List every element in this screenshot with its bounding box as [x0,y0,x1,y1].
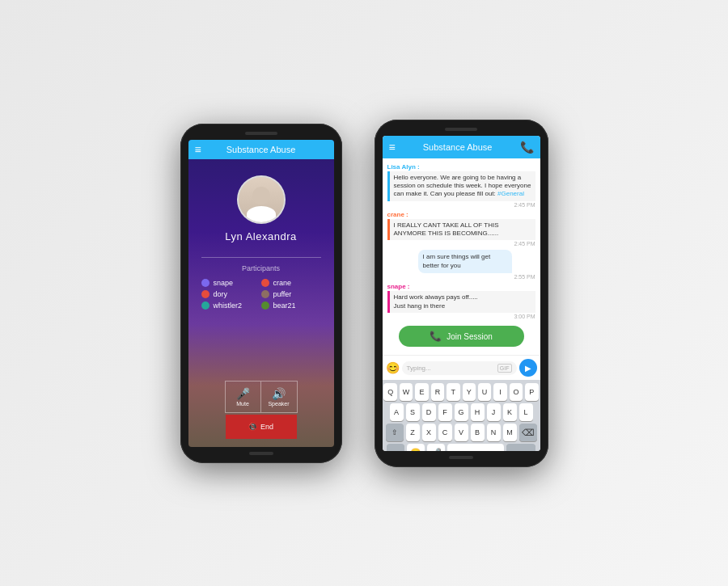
right-phone: ≡ Substance Abuse 📞 Lisa Alyn : Hello ev… [375,120,548,467]
chat-messages: Lisa Alyn : Hello everyone. We are going… [383,158,540,356]
key-b[interactable]: B [471,424,485,441]
keyboard: Q W E R T Y U I O P A S D F G H [383,380,540,450]
controls-row: 🎤 Mute 🔊 Speaker [225,381,298,413]
key-v[interactable]: V [455,424,468,441]
join-session-button[interactable]: 📞 Join Session [399,326,524,347]
speaker-button[interactable]: 🔊 Speaker [261,382,297,412]
call-screen: ≡ Substance Abuse Lyn Alexandra Particip… [188,140,334,447]
chat-header-title: Substance Abuse [400,142,515,152]
menu-icon[interactable]: ≡ [195,143,201,156]
key-t[interactable]: T [447,383,459,401]
key-n[interactable]: N [487,424,501,441]
key-l[interactable]: L [519,403,533,421]
speaker-label: Speaker [268,401,289,407]
home-bar[interactable] [249,452,273,455]
home-bar[interactable] [449,456,473,459]
call-avatar-area: Lyn Alexandra [188,159,334,251]
participant-dot [261,279,269,287]
participant-dot [201,301,210,310]
participant-dot [261,301,269,310]
participant-dot [201,290,210,298]
participants-label: Participants [188,264,334,272]
bubble-own: I am sure things will get better for you [418,250,512,273]
typing-text: Typing... [407,365,494,372]
participant-bear21: bear21 [261,301,321,310]
key-y[interactable]: Y [463,383,476,401]
time-1: 2:45 PM [387,202,535,208]
mute-button[interactable]: 🎤 Mute [226,382,261,412]
sender-snape: snape : [387,283,535,290]
sender-lisa: Lisa Alyn : [387,163,535,171]
left-phone: ≡ Substance Abuse Lyn Alexandra Particip… [180,124,342,463]
key-w[interactable]: W [400,383,413,401]
divider [201,257,321,258]
bubble-lisa: Hello everyone. We are going to be havin… [387,171,535,201]
avatar-body [247,206,276,222]
speaker-top [245,132,277,135]
participant-dot [201,279,210,287]
caller-avatar [237,175,286,224]
speaker-top [445,128,477,131]
message-4: snape : Hard work always pays off.....Ju… [383,283,540,319]
participant-name: crane [273,279,292,287]
space-key[interactable]: space [447,444,504,450]
key-j[interactable]: J [487,403,501,421]
delete-key[interactable]: ⌫ [519,424,537,441]
call-controls: 🎤 Mute 🔊 Speaker 📵 End [188,373,334,447]
chat-call-icon[interactable]: 📞 [520,141,534,154]
emoji-button[interactable]: 😊 [386,361,400,374]
keyboard-row-1: Q W E R T Y U I O P [384,383,539,401]
message-3: I am sure things will get better for you… [383,250,540,280]
key-i[interactable]: I [493,383,506,401]
keyboard-mic-key[interactable]: 🎤 [427,444,445,450]
send-icon: ▶ [525,364,531,373]
time-2: 2:45 PM [387,241,535,247]
key-d[interactable]: D [422,403,436,421]
sender-crane: crane : [387,211,535,218]
num-key[interactable]: 123 [387,444,404,450]
participant-name: dory [214,290,228,298]
participant-snape: snape [201,279,261,287]
avatar-head [252,187,270,204]
phone-icon: 📞 [430,331,442,342]
bubble-snape: Hard work always pays off.....Just hang … [387,291,535,313]
key-k[interactable]: K [503,403,517,421]
keyboard-emoji-key[interactable]: 😊 [407,444,425,450]
speaker-icon: 🔊 [272,387,286,400]
return-key[interactable]: return [506,444,535,450]
time-4: 3:00 PM [387,314,535,319]
end-call-button[interactable]: 📵 End [226,415,297,439]
key-o[interactable]: O [510,383,523,401]
key-z[interactable]: Z [406,424,420,441]
chat-input-box[interactable]: Typing... GIF [402,361,517,375]
participant-puffer: puffer [261,290,321,298]
end-label: End [260,423,273,431]
key-q[interactable]: Q [383,383,396,401]
participant-dot [261,290,269,298]
key-x[interactable]: X [422,424,436,441]
message-2: crane : I REALLY CANT TAKE ALL OF THIS A… [383,211,540,247]
send-button[interactable]: ▶ [519,359,537,377]
key-m[interactable]: M [503,424,517,441]
chat-menu-icon[interactable]: ≡ [389,141,396,154]
keyboard-row-3: ⇧ Z X C V B N M ⌫ [384,424,539,441]
key-a[interactable]: A [390,403,404,421]
right-phone-screen: ≡ Substance Abuse 📞 Lisa Alyn : Hello ev… [383,136,540,451]
key-r[interactable]: R [431,383,444,401]
gif-button[interactable]: GIF [497,364,512,373]
key-h[interactable]: H [471,403,485,421]
key-c[interactable]: C [438,424,452,441]
key-g[interactable]: G [455,403,468,421]
key-f[interactable]: F [438,403,452,421]
message-1: Lisa Alyn : Hello everyone. We are going… [383,163,540,208]
chat-header: ≡ Substance Abuse 📞 [383,136,540,158]
participant-name: puffer [273,290,292,298]
key-s[interactable]: S [406,403,420,421]
shift-key[interactable]: ⇧ [386,424,404,441]
key-u[interactable]: U [478,383,491,401]
key-e[interactable]: E [415,383,428,401]
participant-whistler2: whistler2 [201,301,261,310]
key-p[interactable]: P [525,383,538,401]
caller-name: Lyn Alexandra [225,230,296,242]
call-header-title: Substance Abuse [226,145,296,154]
